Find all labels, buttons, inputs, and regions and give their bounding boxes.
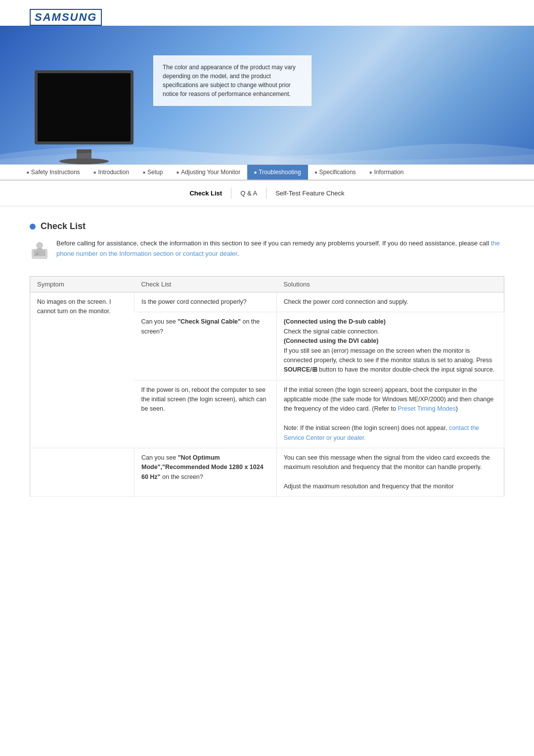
symptom-cell-2 [30,448,134,497]
symptom-cell-1: No images on the screen. I cannot turn o… [30,292,134,448]
solution-note-text: Note: If the initial screen (the login s… [284,425,449,431]
col-symptom: Symptom [30,277,134,292]
svg-text:✓: ✓ [36,252,39,256]
samsung-logo: SAMSUNG [30,9,102,26]
monitor-screen [38,73,131,142]
solution-cell-1b: (Connected using the D-sub cable) Check … [276,312,504,380]
svg-rect-3 [37,248,43,250]
monitor-body [35,70,134,144]
solution-cell-1c: If the initial screen (the login screen)… [276,380,504,448]
tab-introduction[interactable]: Introduction [87,165,136,180]
intro-block: ✓ Before calling for assistance, check t… [30,238,504,264]
section-title: Check List [41,221,86,232]
section-heading: Check List [30,221,504,232]
main-content: Check List ✓ Before calling for assistan… [0,216,534,517]
header: SAMSUNG [0,0,534,26]
solution-cell-2: You can see this message when the signal… [276,448,504,497]
solution-not-optimum-text1: You can see this message when the signal… [284,454,490,471]
banner-description: The color and appearance of the product … [163,64,296,97]
sub-nav-qa[interactable]: Q & A [231,188,267,199]
checklist-table: Symptom Check List Solutions No images o… [30,276,504,497]
solution-dvi-text: If you still see an (error) message on t… [284,347,495,374]
tab-information[interactable]: Information [363,165,411,180]
check-cell-1c: If the power is on, reboot the computer … [134,380,276,448]
table-header-row: Symptom Check List Solutions [30,277,504,292]
col-checklist: Check List [134,277,276,292]
solution-dvi-label: (Connected using the DVI cable) [284,337,379,344]
assistance-icon: ✓ [30,239,49,259]
table-row: No images on the screen. I cannot turn o… [30,292,504,312]
nav-tabs: Safety Instructions Introduction Setup A… [0,164,534,181]
tab-specifications[interactable]: Specifications [308,165,363,180]
table-row: Can you see "Not Optimum Mode","Recommen… [30,448,504,497]
sub-nav-selftest[interactable]: Self-Test Feature Check [267,188,353,199]
tab-adjusting[interactable]: Adjusting Your Monitor [170,165,247,180]
solution-dsub-text: Check the signal cable connection. [284,328,379,335]
solution-reboot-text: If the initial screen (the login screen)… [284,386,494,413]
svg-point-2 [37,242,43,248]
section-dot [30,224,36,230]
check-cell-1a: Is the power cord connected properly? [134,292,276,312]
solution-dsub-label: (Connected using the D-sub cable) [284,318,386,325]
sub-nav-checklist[interactable]: Check List [180,188,231,199]
intro-text-before: Before calling for assistance, check the… [56,239,491,247]
check-cell-1b: Can you see "Check Signal Cable" on the … [134,312,276,380]
preset-timing-link[interactable]: Preset Timing Modes [398,405,455,412]
solution-cell-1a: Check the power cord connection and supp… [276,292,504,312]
col-solutions: Solutions [276,277,504,292]
solution-not-optimum-text2: Adjust the maximum resolution and freque… [284,483,454,490]
banner-text-box: The color and appearance of the product … [153,55,312,106]
banner: The color and appearance of the product … [0,26,534,164]
check-cell-2: Can you see "Not Optimum Mode","Recommen… [134,448,276,497]
intro-text: Before calling for assistance, check the… [56,238,504,259]
intro-text-period: . [237,250,239,257]
tab-troubleshooting[interactable]: Troubleshooting [247,165,308,180]
solution-reboot-text2: ) [456,405,458,412]
tab-setup[interactable]: Setup [136,165,170,180]
tab-safety-instructions[interactable]: Safety Instructions [20,165,87,180]
sub-nav: Check List Q & A Self-Test Feature Check [0,181,534,206]
banner-waves [0,135,534,164]
